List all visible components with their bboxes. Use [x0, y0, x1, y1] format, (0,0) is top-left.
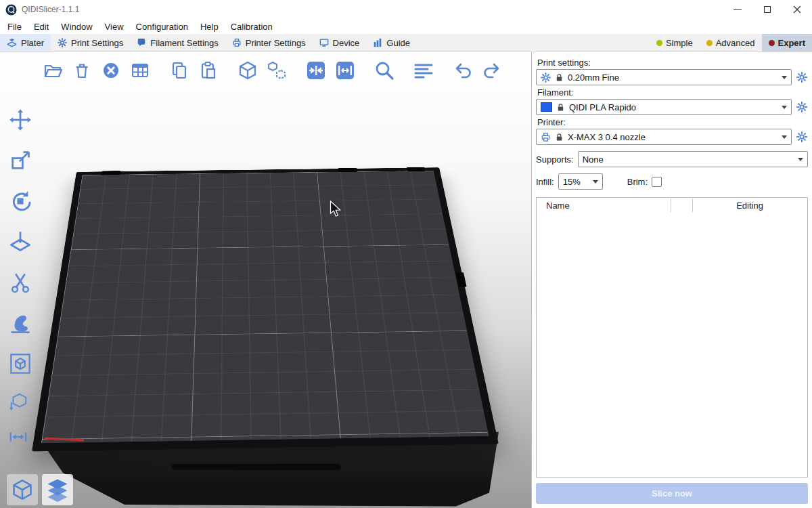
object-list-body[interactable] — [537, 213, 807, 477]
print-settings-combo[interactable]: 0.20mm Fine — [536, 69, 792, 85]
menu-calibration[interactable]: Calibration — [225, 19, 279, 34]
infill-label: Infill: — [536, 177, 554, 187]
scissors-icon — [9, 271, 32, 294]
filament-label: Filament: — [537, 87, 807, 98]
chevron-down-icon — [782, 106, 787, 112]
brim-checkbox[interactable] — [652, 177, 662, 187]
delete-all-icon — [101, 60, 121, 81]
slice-now-button[interactable]: Slice now — [536, 483, 808, 504]
cut-button[interactable] — [5, 268, 35, 297]
mode-advanced[interactable]: Advanced — [700, 34, 762, 51]
lock-icon — [556, 103, 565, 112]
place-on-face-button[interactable] — [5, 227, 35, 257]
printer-combo[interactable]: X-MAX 3 0.4 nozzle — [536, 129, 792, 145]
print-settings-label: Print settings: — [537, 58, 807, 68]
undo-button[interactable] — [451, 58, 475, 83]
menu-window[interactable]: Window — [55, 19, 98, 34]
redo-button[interactable] — [480, 58, 504, 83]
simple-mode-dot-icon — [656, 40, 662, 46]
column-separator — [692, 198, 693, 212]
scale-icon — [9, 149, 32, 172]
tab-label: Print Settings — [71, 38, 123, 48]
fill-bed-button[interactable] — [304, 58, 328, 83]
left-toolbar — [5, 105, 35, 449]
open-folder-icon — [43, 60, 63, 81]
printer-value: X-MAX 3 0.4 nozzle — [568, 132, 646, 142]
tab-bar: Plater Print Settings Filament Settings … — [0, 34, 812, 52]
maximize-icon — [764, 6, 771, 13]
rotate-button[interactable] — [5, 186, 35, 216]
tab-guide[interactable]: Guide — [366, 34, 417, 51]
chevron-down-icon — [798, 158, 803, 164]
mode-expert[interactable]: Expert — [762, 34, 812, 51]
tab-print-settings[interactable]: Print Settings — [51, 34, 130, 51]
filament-color-swatch — [541, 102, 552, 112]
arrange-button[interactable] — [128, 58, 152, 83]
menu-help[interactable]: Help — [194, 19, 225, 34]
filament-value: QIDI PLA Rapido — [569, 102, 636, 112]
print-settings-gear-button[interactable] — [796, 71, 808, 83]
filament-combo[interactable]: QIDI PLA Rapido — [536, 99, 792, 115]
column-name: Name — [537, 200, 671, 211]
copy-button[interactable] — [167, 58, 191, 83]
emboss-frame-button[interactable] — [5, 349, 35, 379]
tab-filament-settings[interactable]: Filament Settings — [130, 34, 225, 51]
menu-configuration[interactable]: Configuration — [130, 19, 194, 34]
paste-button[interactable] — [196, 58, 221, 83]
printer-icon — [541, 132, 551, 142]
delete-all-button[interactable] — [99, 58, 123, 83]
minimize-icon — [734, 9, 742, 10]
gear-icon — [796, 72, 807, 83]
tab-printer-settings[interactable]: Printer Settings — [225, 34, 313, 51]
tab-device[interactable]: Device — [313, 34, 367, 51]
infill-combo[interactable]: 15% — [558, 173, 603, 190]
close-button[interactable] — [782, 0, 812, 19]
search-button[interactable] — [372, 58, 397, 83]
delete-button[interactable] — [70, 58, 94, 83]
column-editing: Editing — [692, 200, 807, 211]
variable-layer-height-button[interactable] — [411, 58, 436, 83]
rotate-icon — [9, 190, 32, 213]
printer-gear-button[interactable] — [796, 131, 808, 143]
minimize-button[interactable] — [723, 0, 752, 19]
expert-mode-dot-icon — [769, 40, 775, 46]
3d-viewport[interactable] — [0, 52, 531, 508]
mirror-fit-button[interactable] — [333, 58, 357, 83]
mode-simple[interactable]: Simple — [650, 34, 700, 51]
add-instance-button[interactable] — [235, 58, 260, 83]
split-objects-button[interactable] — [265, 58, 289, 83]
fill-bed-icon — [306, 60, 326, 81]
supports-label: Supports: — [536, 154, 574, 165]
mode-label: Expert — [778, 38, 805, 48]
mode-switcher: Simple Advanced Expert — [650, 34, 812, 51]
filament-gear-button[interactable] — [796, 101, 808, 113]
move-button[interactable] — [5, 105, 35, 135]
scale-button[interactable] — [5, 146, 35, 175]
app-window: QIDISlicer-1.1.1 File Edit Window View C… — [0, 0, 812, 508]
layer-lines-icon — [413, 60, 434, 81]
bed-clip — [338, 168, 357, 172]
maximize-button[interactable] — [752, 0, 782, 19]
mirror-fit-icon — [335, 60, 355, 81]
paint-support-button[interactable] — [5, 308, 35, 338]
supports-combo[interactable]: None — [578, 151, 808, 167]
open-project-button[interactable] — [41, 58, 65, 83]
brim-label: Brim: — [627, 177, 648, 187]
lock-icon — [555, 133, 564, 142]
menu-bar: File Edit Window View Configuration Help… — [0, 19, 812, 34]
editor-view-button[interactable] — [7, 474, 38, 505]
print-bed — [32, 52, 499, 448]
menu-file[interactable]: File — [1, 19, 28, 34]
view-toolbar — [7, 474, 73, 505]
tab-label: Device — [333, 38, 360, 48]
top-toolbar — [41, 58, 509, 83]
drop-cube-button[interactable] — [5, 389, 31, 414]
menu-edit[interactable]: Edit — [28, 19, 55, 34]
plater-icon — [7, 38, 17, 48]
emboss-frame-icon — [9, 352, 32, 375]
redo-icon — [482, 60, 502, 81]
menu-view[interactable]: View — [99, 19, 130, 34]
preview-view-button[interactable] — [42, 474, 73, 505]
mirror-button[interactable] — [5, 425, 31, 449]
tab-plater[interactable]: Plater — [0, 34, 51, 51]
